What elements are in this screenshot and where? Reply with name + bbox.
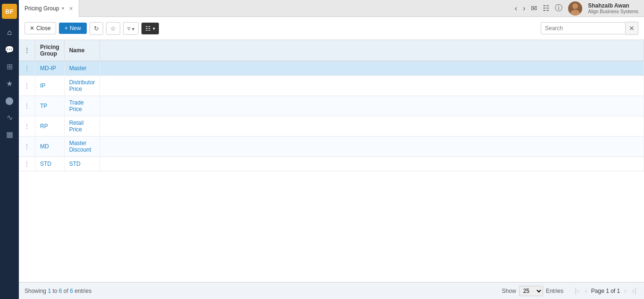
table-row[interactable]: ⋮ RP Retail Price bbox=[19, 116, 644, 137]
table-row[interactable]: ⋮ TP Trade Price bbox=[19, 96, 644, 116]
prev-page-button[interactable]: ‹ bbox=[583, 286, 589, 296]
pricing-group-cell[interactable]: MD-IP bbox=[35, 61, 65, 76]
pricing-group-cell[interactable]: IP bbox=[35, 76, 65, 96]
user-company: Align Business Systems bbox=[588, 9, 638, 14]
search-clear-button[interactable]: ✕ bbox=[626, 22, 638, 35]
table-row[interactable]: ⋮ MD-IP Master bbox=[19, 61, 644, 76]
showing-of-label: of bbox=[62, 288, 70, 294]
search-input[interactable] bbox=[541, 22, 626, 34]
sidebar-item-home[interactable]: ⌂ bbox=[2, 25, 17, 40]
pricing-group-link[interactable]: TP bbox=[40, 103, 47, 109]
help-icon-button[interactable]: ⓘ bbox=[555, 3, 562, 13]
per-page-select[interactable]: 2550100 bbox=[519, 286, 543, 296]
tab-dropdown-icon[interactable]: ▾ bbox=[62, 6, 64, 11]
extra-cell bbox=[100, 96, 644, 116]
pricing-group-link[interactable]: MD bbox=[40, 143, 49, 150]
first-page-button[interactable]: |‹ bbox=[573, 286, 581, 296]
next-page-button[interactable]: › bbox=[622, 286, 628, 296]
name-cell[interactable]: Trade Price bbox=[64, 96, 100, 116]
name-cell[interactable]: Distributor Price bbox=[64, 76, 100, 96]
sidebar-item-chart[interactable]: ⬤ bbox=[2, 93, 17, 107]
table-row[interactable]: ⋮ IP Distributor Price bbox=[19, 76, 644, 96]
user-name: Shahzaib Awan bbox=[588, 2, 638, 9]
user-avatar[interactable] bbox=[568, 1, 582, 16]
mail-icon-button[interactable]: ✉ bbox=[531, 4, 537, 13]
extra-cell bbox=[100, 116, 644, 137]
col-header-extra bbox=[100, 40, 644, 61]
view-dropdown-icon: ▾ bbox=[153, 26, 155, 31]
drag-handle-icon: ⋮ bbox=[24, 160, 30, 168]
nav-prev-button[interactable]: ‹ bbox=[513, 3, 519, 14]
pricing-group-cell[interactable]: STD bbox=[35, 157, 65, 171]
pricing-group-tab[interactable]: Pricing Group ▾ × bbox=[19, 0, 79, 17]
showing-prefix: Showing bbox=[25, 288, 48, 294]
grid-icon-button[interactable]: ☷ bbox=[543, 4, 549, 13]
table-header-row: ⋮ Pricing Group Name bbox=[19, 40, 644, 61]
content-area: ⋮ Pricing Group Name ⋮ MD-IP Master ⋮ IP… bbox=[19, 40, 644, 299]
name-cell[interactable]: Retail Price bbox=[64, 116, 100, 137]
drag-handle-cell: ⋮ bbox=[19, 137, 35, 157]
sidebar-item-activity[interactable]: ∿ bbox=[2, 110, 17, 124]
sidebar-item-favorites[interactable]: ★ bbox=[2, 76, 17, 90]
refresh-button[interactable]: ↻ bbox=[90, 22, 103, 35]
entries-label: Entries bbox=[546, 288, 563, 294]
drag-handle-cell: ⋮ bbox=[19, 76, 35, 96]
name-link[interactable]: Retail Price bbox=[69, 120, 84, 133]
name-cell[interactable]: STD bbox=[64, 157, 100, 171]
filter-dropdown-icon: ▾ bbox=[132, 26, 134, 32]
table-row[interactable]: ⋮ STD STD bbox=[19, 157, 644, 171]
view-grid-icon: ☷ bbox=[145, 25, 151, 32]
showing-suffix: entries bbox=[73, 288, 91, 294]
col-header-name[interactable]: Name bbox=[64, 40, 100, 61]
name-link[interactable]: Trade Price bbox=[69, 99, 84, 113]
drag-dots-icon: ⋮ bbox=[24, 47, 30, 54]
drag-handle-icon: ⋮ bbox=[24, 65, 30, 72]
main-area: Pricing Group ▾ × ‹ › ✉ ☷ ⓘ Shahzaib Awa… bbox=[19, 0, 644, 299]
bookmark-button[interactable]: ☆ bbox=[106, 22, 120, 35]
drag-handle-cell: ⋮ bbox=[19, 96, 35, 116]
name-cell[interactable]: Master bbox=[64, 61, 100, 76]
svg-point-0 bbox=[572, 3, 578, 9]
name-link[interactable]: STD bbox=[69, 161, 81, 167]
sidebar-item-bar-chart[interactable]: ▦ bbox=[2, 127, 17, 141]
extra-cell bbox=[100, 157, 644, 171]
pricing-group-cell[interactable]: TP bbox=[35, 96, 65, 116]
name-link[interactable]: Master Discount bbox=[69, 140, 91, 153]
name-link[interactable]: Distributor Price bbox=[69, 79, 95, 92]
app-logo[interactable]: BF bbox=[2, 4, 17, 19]
svg-point-1 bbox=[570, 10, 580, 16]
drag-handle-icon: ⋮ bbox=[24, 122, 30, 130]
pricing-group-link[interactable]: IP bbox=[40, 82, 45, 89]
extra-cell bbox=[100, 61, 644, 76]
sidebar-item-apps[interactable]: ⊞ bbox=[2, 59, 17, 73]
table-row[interactable]: ⋮ MD Master Discount bbox=[19, 137, 644, 157]
col-header-pricing-group[interactable]: Pricing Group bbox=[35, 40, 65, 61]
sidebar-item-chat[interactable]: 💬 bbox=[2, 42, 17, 57]
nav-next-button[interactable]: › bbox=[521, 3, 527, 14]
name-cell[interactable]: Master Discount bbox=[64, 137, 100, 157]
extra-cell bbox=[100, 137, 644, 157]
new-button[interactable]: + New bbox=[59, 23, 87, 34]
tab-navigation: ‹ › bbox=[513, 3, 531, 14]
last-page-button[interactable]: ›| bbox=[630, 286, 638, 296]
pricing-group-link[interactable]: STD bbox=[40, 161, 51, 167]
toolbar: ✕ Close + New ↻ ☆ ▿ ▾ ☷ ▾ ✕ bbox=[19, 17, 644, 40]
pricing-group-table: ⋮ Pricing Group Name ⋮ MD-IP Master ⋮ IP… bbox=[19, 40, 644, 171]
table-wrapper: ⋮ Pricing Group Name ⋮ MD-IP Master ⋮ IP… bbox=[19, 40, 644, 282]
pricing-group-link[interactable]: MD-IP bbox=[40, 65, 56, 72]
extra-cell bbox=[100, 76, 644, 96]
search-wrapper: ✕ bbox=[541, 22, 638, 35]
close-button[interactable]: ✕ Close bbox=[25, 22, 56, 34]
drag-handle-icon: ⋮ bbox=[24, 143, 30, 150]
plus-icon: + bbox=[65, 25, 68, 32]
tab-close-button[interactable]: × bbox=[69, 5, 73, 12]
view-button[interactable]: ☷ ▾ bbox=[141, 23, 159, 34]
pricing-group-cell[interactable]: RP bbox=[35, 116, 65, 137]
pricing-group-cell[interactable]: MD bbox=[35, 137, 65, 157]
name-link[interactable]: Master bbox=[69, 65, 87, 72]
drag-handle-icon: ⋮ bbox=[24, 102, 30, 110]
filter-button[interactable]: ▿ ▾ bbox=[123, 22, 139, 35]
pricing-group-link[interactable]: RP bbox=[40, 123, 48, 129]
user-area: ✉ ☷ ⓘ Shahzaib Awan Align Business Syste… bbox=[531, 1, 644, 16]
pagination: |‹ ‹ Page 1 of 1 › ›| bbox=[573, 286, 638, 296]
